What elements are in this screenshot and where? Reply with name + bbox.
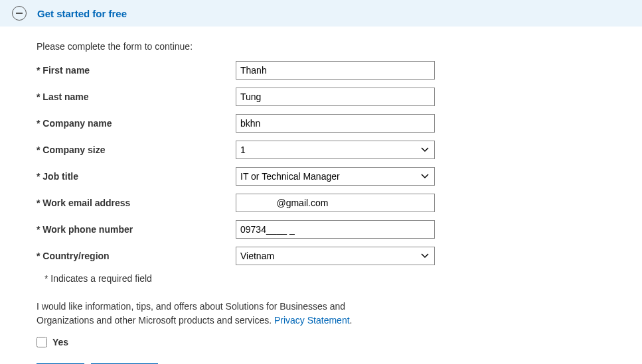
intro-text: Please complete the form to continue: — [37, 41, 588, 52]
work-email-input[interactable] — [236, 194, 435, 212]
form-content: Please complete the form to continue: * … — [0, 27, 624, 364]
last-name-input[interactable] — [236, 88, 435, 106]
company-name-input[interactable] — [236, 114, 435, 133]
consent-checkbox[interactable] — [37, 337, 47, 347]
label-country: * Country/region — [37, 251, 236, 261]
first-name-input[interactable] — [236, 61, 435, 80]
header-title: Get started for free — [37, 8, 127, 19]
consent-checkbox-label: Yes — [52, 337, 68, 347]
privacy-link[interactable]: Privacy Statement — [274, 315, 350, 326]
label-company-name: * Company name — [37, 118, 236, 129]
consent-text: I would like information, tips, and offe… — [37, 300, 395, 328]
label-last-name: * Last name — [37, 91, 236, 102]
label-company-size: * Company size — [37, 145, 236, 155]
label-first-name: * First name — [37, 65, 236, 76]
header-bar: Get started for free — [0, 0, 642, 27]
collapse-icon[interactable] — [12, 6, 27, 21]
required-note: * Indicates a required field — [44, 273, 588, 284]
company-size-select[interactable]: 1 — [236, 141, 435, 159]
job-title-select[interactable]: IT or Technical Manager — [236, 167, 435, 186]
country-select[interactable]: Vietnam — [236, 247, 435, 265]
work-phone-input[interactable] — [236, 220, 435, 239]
label-job-title: * Job title — [37, 171, 236, 182]
label-work-phone: * Work phone number — [37, 224, 236, 235]
label-work-email: * Work email address — [37, 198, 236, 208]
